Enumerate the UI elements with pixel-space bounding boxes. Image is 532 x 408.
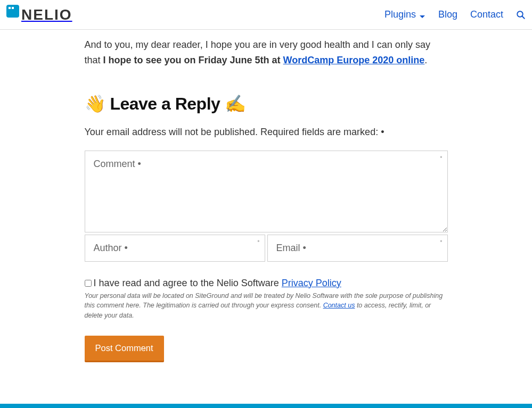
chevron-down-icon: [419, 12, 425, 18]
required-dot-icon: •: [440, 238, 442, 245]
required-dot-icon: •: [440, 154, 442, 161]
article-closing-paragraph: And to you, my dear reader, I hope you a…: [85, 37, 448, 68]
top-nav: Plugins Blog Contact: [384, 9, 526, 20]
search-button[interactable]: [516, 10, 526, 20]
logo-icon: [6, 5, 19, 18]
nav-plugins-label: Plugins: [384, 9, 416, 20]
logo-text: NELIO: [21, 6, 72, 23]
email-field-wrap: •: [267, 235, 448, 262]
nav-contact[interactable]: Contact: [470, 9, 503, 20]
privacy-details-note: Your personal data will be located on Si…: [85, 291, 448, 321]
leave-reply-heading: 👋 Leave a Reply ✍: [85, 94, 448, 114]
consent-text: I have read and agree to the Nelio Softw…: [94, 278, 282, 288]
post-comment-button[interactable]: Post Comment: [85, 336, 164, 361]
email-input[interactable]: [267, 235, 448, 262]
intro-text-bold: I hope to see you on Friday June 5th at: [103, 55, 283, 65]
nav-plugins[interactable]: Plugins: [384, 9, 425, 20]
privacy-consent-checkbox[interactable]: [85, 280, 92, 287]
author-field-wrap: •: [85, 235, 265, 262]
svg-line-1: [522, 16, 525, 19]
main-content: And to you, my dear reader, I hope you a…: [85, 30, 448, 393]
author-email-row: • •: [85, 235, 448, 262]
reply-required-note: Your email address will not be published…: [85, 127, 448, 138]
author-input[interactable]: [85, 235, 265, 262]
privacy-policy-link[interactable]: Privacy Policy: [282, 278, 341, 288]
search-icon: [516, 10, 526, 20]
logo-link[interactable]: NELIO: [6, 6, 72, 23]
comment-textarea[interactable]: [85, 151, 448, 232]
site-header: NELIO Plugins Blog Contact: [0, 0, 532, 30]
intro-text-post: .: [424, 55, 427, 65]
nav-blog[interactable]: Blog: [438, 9, 457, 20]
comment-field-wrap: •: [85, 151, 448, 232]
privacy-consent-row: I have read and agree to the Nelio Softw…: [85, 278, 448, 289]
wordcamp-link[interactable]: WordCamp Europe 2020 online: [283, 55, 425, 65]
required-dot-icon: •: [257, 238, 259, 245]
contact-us-link[interactable]: Contact us: [323, 302, 355, 309]
